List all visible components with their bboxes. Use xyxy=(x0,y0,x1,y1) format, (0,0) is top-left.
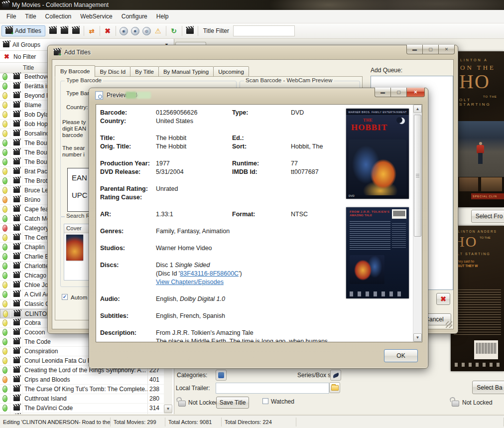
lock-open-icon-right[interactable] xyxy=(452,401,459,407)
movie-icon-cell xyxy=(10,328,23,337)
synchronize-icon[interactable]: ↻ xyxy=(169,26,179,35)
movie-icon-cell xyxy=(10,262,23,271)
movie-icon-cell xyxy=(10,195,23,204)
field-label-2 xyxy=(232,185,291,193)
tab-upcoming[interactable]: Upcoming xyxy=(213,66,249,77)
field-value-text: English, French, Spanish xyxy=(156,312,225,319)
movie-clapper-icon xyxy=(13,254,20,259)
status-indicator-yellow xyxy=(2,102,7,109)
status-indicator-green xyxy=(2,140,7,146)
watched-checkbox[interactable] xyxy=(262,398,268,404)
preview-dialog-icon xyxy=(95,91,103,100)
series-box-set-icon[interactable] xyxy=(330,370,341,381)
delete-title-icon[interactable]: ✖ xyxy=(103,26,113,35)
status-cell-2: Total Actors: 9081 xyxy=(165,418,222,427)
cover-art-text: SPECIAL CLIN xyxy=(471,193,504,199)
field-value-2 xyxy=(291,193,344,202)
field-label: Title: xyxy=(100,134,156,143)
menu-item-collection[interactable]: Collection xyxy=(41,11,76,22)
menu-item-title[interactable]: Title xyxy=(20,11,40,22)
movie-icon-cell xyxy=(10,82,23,91)
menu-item-configure[interactable]: Configure xyxy=(117,11,152,22)
title-filter-input[interactable] xyxy=(233,25,295,36)
type-barcode-field-label: Type Bar xyxy=(66,90,89,96)
tab-by-manual-typing[interactable]: By Manual Typing xyxy=(158,66,214,77)
report-problem-icon[interactable]: ⚠ xyxy=(153,26,163,35)
field-link[interactable]: 83F43116-8F58600C xyxy=(180,270,239,277)
browse-trailer-button[interactable] xyxy=(329,382,340,393)
field-link[interactable]: View Chapters/Episodes xyxy=(156,279,224,285)
webcam-icon[interactable]: ◉ xyxy=(119,26,128,35)
field-value-2: 77 xyxy=(291,159,344,168)
field-value-line: United States xyxy=(156,117,232,126)
count-cell: 238 xyxy=(147,385,161,394)
minimize-button[interactable]: ▬ xyxy=(375,88,391,97)
close-button[interactable]: ✕ xyxy=(406,88,425,97)
field-value-line: English, Dolby Digital 1.0 xyxy=(156,295,232,303)
result-cover-thumbnail[interactable] xyxy=(66,235,83,261)
title-list-row[interactable] xyxy=(0,413,164,414)
resize-grip[interactable] xyxy=(446,321,452,328)
field-value-line: View Chapters/Episodes xyxy=(156,278,232,286)
maximize-button[interactable]: ▢ xyxy=(422,45,439,54)
swap-covers-icon[interactable]: ⇄ xyxy=(87,26,97,35)
status-cell xyxy=(0,337,10,346)
clapper-glyph-icon xyxy=(61,28,68,34)
web-update-icon[interactable] xyxy=(60,26,69,35)
field-value-2: tt0077687 xyxy=(291,168,344,176)
menu-item-webservice[interactable]: WebService xyxy=(76,11,117,22)
field-value-line: NTSC xyxy=(291,210,344,219)
status-cell xyxy=(0,110,10,119)
field-value: The place is Middle Earth. The time is l… xyxy=(156,337,232,342)
menu-item-help[interactable]: Help xyxy=(152,11,173,22)
automatically-checkbox[interactable]: ✓ xyxy=(62,294,68,300)
local-trailer-input[interactable] xyxy=(216,383,329,394)
field-value: 1977 xyxy=(156,159,232,168)
title-list-row[interactable]: Cutthroat Island280 xyxy=(0,394,164,404)
minimize-button[interactable]: ▬ xyxy=(406,45,423,54)
delete-x-icon: ✖ xyxy=(440,295,446,303)
tab-by-disc-id[interactable]: By Disc Id xyxy=(95,66,130,77)
remove-from-queue-button[interactable]: ✖ xyxy=(436,293,450,305)
field-value-text: DVD xyxy=(291,109,304,116)
title-list-row[interactable]: The DaVinci Code314 xyxy=(0,404,164,413)
cover-artwork xyxy=(349,140,406,195)
categories-icon[interactable] xyxy=(216,370,227,381)
movie-clapper-icon xyxy=(13,339,20,344)
title-list-row[interactable]: The Curse Of King Tut's Tomb: The Comple… xyxy=(0,385,164,394)
add-titles-label: Add Titles xyxy=(15,27,41,34)
status-indicator-green xyxy=(2,386,7,393)
icon-glyph: ⚠ xyxy=(155,27,161,35)
magnifier-icon xyxy=(98,95,102,99)
menu-item-file[interactable]: File xyxy=(2,11,20,22)
lock-open-icon[interactable] xyxy=(178,401,186,407)
title-filter-icon[interactable] xyxy=(185,26,195,35)
movie-icon-cell xyxy=(10,120,23,129)
update-title-icon[interactable] xyxy=(48,26,58,35)
save-title-button[interactable]: Save Title xyxy=(216,397,249,409)
maximize-button[interactable]: ▢ xyxy=(390,88,407,97)
scroll-down-icon[interactable]: ▼ xyxy=(164,405,172,413)
field-value-line: 012569056626 xyxy=(156,109,232,117)
movie-icon-cell xyxy=(10,337,23,346)
dvd-logo: DVD xyxy=(349,194,355,197)
close-button[interactable]: ✕ xyxy=(438,45,455,54)
field-label: Genres: xyxy=(100,227,156,236)
tab-by-title[interactable]: By Title xyxy=(130,66,159,77)
field-group: Barcode:012569056626Type:DVDCountry:Unit… xyxy=(100,109,344,126)
scroll-up-icon[interactable]: ▲ xyxy=(413,105,422,113)
ok-button[interactable]: OK xyxy=(384,349,418,362)
scrollbar-thumb[interactable] xyxy=(414,115,421,237)
movie-clapper-icon xyxy=(13,188,20,193)
preview-scrollbar[interactable]: ▲ ▼ xyxy=(413,105,422,342)
disc-lookup-icon[interactable]: ◍ xyxy=(142,26,151,35)
scroll-down-icon[interactable]: ▼ xyxy=(413,333,422,342)
add-titles-button[interactable]: + Add Titles xyxy=(1,25,45,36)
select-front-button[interactable]: Select Fro xyxy=(471,210,504,223)
tab-by-barcode[interactable]: By Barcode xyxy=(55,65,95,77)
disc-copy-icon[interactable] xyxy=(71,26,81,35)
person-search-icon[interactable]: ☻ xyxy=(130,26,140,35)
title-list-row[interactable]: Crips and Bloods401 xyxy=(0,375,164,385)
status-cell xyxy=(0,318,10,327)
select-back-button[interactable]: Select Ba xyxy=(472,381,504,394)
